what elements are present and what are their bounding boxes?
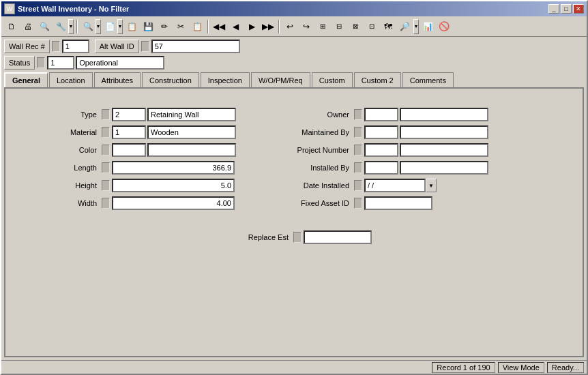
owner-value-input[interactable]	[400, 108, 488, 121]
replace-est-indicator	[293, 232, 302, 243]
material-code-input[interactable]	[112, 125, 146, 139]
maximize-button[interactable]: □	[561, 4, 572, 14]
tab-panel-general: Type Material Color	[4, 87, 584, 357]
toolbar-filter-button[interactable]: 🔍	[80, 19, 95, 34]
toolbar-redo-button[interactable]: ↪	[299, 19, 314, 34]
toolbar-grid2-button[interactable]: ⊟	[332, 19, 347, 34]
tab-custom2[interactable]: Custom 2	[354, 72, 401, 87]
toolbar-filter-dropdown[interactable]: ▼	[95, 19, 101, 34]
status-num-input[interactable]	[47, 56, 74, 70]
record-status: Record 1 of 190	[432, 362, 495, 373]
tab-custom[interactable]: Custom	[312, 72, 353, 87]
tab-bar: General Location Attributes Construction…	[4, 72, 584, 87]
project-indicator	[354, 145, 362, 155]
replace-est-label: Replace Est	[216, 233, 291, 241]
maintained-label: Maintained By	[277, 128, 352, 136]
tab-comments[interactable]: Comments	[402, 72, 454, 87]
replace-est-row: Replace Est	[216, 230, 372, 244]
toolbar-prev-button[interactable]: ◀	[228, 19, 243, 34]
toolbar-save-button[interactable]: 💾	[141, 19, 156, 34]
material-indicator	[102, 127, 110, 138]
maintained-code-input[interactable]	[364, 125, 398, 139]
alt-wall-group: Alt Wall ID	[95, 40, 240, 53]
form-area: Type Material Color	[11, 94, 577, 224]
window-title: Street Wall Inventory - No Filter	[18, 5, 548, 13]
date-installed-dropdown[interactable]: ▼	[426, 179, 437, 192]
toolbar-first-button[interactable]: ◀◀	[211, 19, 226, 34]
toolbar-edit-button[interactable]: ✏	[157, 19, 172, 34]
toolbar-zoom-button[interactable]: 🔎	[397, 19, 412, 34]
type-row: Type	[31, 108, 236, 121]
maintained-row: Maintained By	[277, 125, 488, 139]
toolbar-print-button[interactable]: 🖨	[20, 19, 35, 34]
main-window: W Street Wall Inventory - No Filter _ □ …	[0, 0, 588, 375]
tab-wo-pm-req[interactable]: W/O/PM/Req	[251, 72, 310, 87]
owner-label: Owner	[277, 110, 352, 119]
owner-code-input[interactable]	[364, 108, 398, 121]
replace-est-input[interactable]	[304, 230, 372, 244]
height-input[interactable]	[112, 179, 235, 192]
date-installed-label: Date Installed	[277, 181, 352, 190]
maintained-value-input[interactable]	[400, 125, 488, 139]
color-value-input[interactable]	[147, 143, 236, 157]
type-code-input[interactable]	[112, 108, 146, 121]
type-value-input[interactable]	[147, 108, 236, 121]
alt-wall-input[interactable]	[151, 40, 240, 53]
project-value-input[interactable]	[400, 143, 488, 157]
toolbar-doc-button[interactable]: 📄	[102, 19, 117, 34]
sep1	[76, 20, 78, 33]
tab-inspection[interactable]: Inspection	[201, 72, 250, 87]
form-left: Type Material Color	[31, 108, 236, 210]
window-controls: _ □ ✕	[548, 4, 584, 14]
toolbar-grid4-button[interactable]: ⊡	[364, 19, 379, 34]
color-code-input[interactable]	[112, 143, 146, 157]
installed-code-input[interactable]	[364, 161, 398, 175]
tab-location[interactable]: Location	[49, 72, 93, 87]
project-code-input[interactable]	[364, 143, 398, 157]
tab-attributes[interactable]: Attributes	[94, 72, 141, 87]
tab-general[interactable]: General	[4, 72, 48, 87]
minimize-button[interactable]: _	[548, 4, 559, 14]
alt-wall-label: Alt Wall ID	[95, 40, 139, 53]
close-button[interactable]: ✕	[573, 4, 584, 14]
wall-rec-input[interactable]	[62, 40, 89, 53]
toolbar-tool-button[interactable]: 🔧	[53, 19, 68, 34]
installed-label: Installed By	[277, 164, 352, 172]
toolbar-grid3-button[interactable]: ⊠	[348, 19, 363, 34]
toolbar-stop-button[interactable]: 🚫	[437, 19, 452, 34]
status-row: Status	[4, 56, 584, 70]
toolbar: 🗋 🖨 🔍 🔧 ▼ 🔍 ▼ 📄 ▼ 📋 💾 ✏ ✂ 📋 ◀◀ ◀ ▶ ▶▶ ↩ …	[1, 16, 587, 37]
material-value-input[interactable]	[147, 125, 236, 139]
toolbar-zoom-dropdown[interactable]: ▼	[413, 19, 419, 34]
date-installed-input[interactable]	[364, 179, 426, 192]
toolbar-tool-dropdown[interactable]: ▼	[68, 19, 74, 34]
toolbar-map-button[interactable]: 🗺	[381, 19, 396, 34]
title-bar: W Street Wall Inventory - No Filter _ □ …	[1, 1, 587, 16]
status-text-input[interactable]	[76, 56, 164, 70]
status-group: Status	[4, 56, 164, 70]
toolbar-grid1-button[interactable]: ⊞	[315, 19, 330, 34]
header-row: Wall Rec # Alt Wall ID	[4, 40, 584, 53]
toolbar-cut-button[interactable]: ✂	[173, 19, 188, 34]
type-indicator	[102, 109, 110, 120]
status-indicator	[37, 57, 45, 68]
status-label: Status	[4, 56, 35, 70]
width-label: Width	[31, 199, 100, 207]
toolbar-next-button[interactable]: ▶	[244, 19, 259, 34]
width-input[interactable]	[112, 196, 235, 210]
color-row: Color	[31, 143, 236, 157]
length-input[interactable]	[112, 161, 235, 175]
fixed-asset-label: Fixed Asset ID	[277, 199, 352, 207]
toolbar-new-button[interactable]: 🗋	[4, 19, 19, 34]
tab-construction[interactable]: Construction	[142, 72, 199, 87]
toolbar-clipboard-button[interactable]: 📋	[124, 19, 139, 34]
toolbar-doc-dropdown[interactable]: ▼	[117, 19, 123, 34]
installed-value-input[interactable]	[400, 161, 488, 175]
material-label: Material	[31, 128, 100, 136]
toolbar-search-button[interactable]: 🔍	[37, 19, 52, 34]
toolbar-last-button[interactable]: ▶▶	[261, 19, 276, 34]
toolbar-copy-button[interactable]: 📋	[190, 19, 205, 34]
toolbar-undo-button[interactable]: ↩	[282, 19, 297, 34]
fixed-asset-input[interactable]	[364, 196, 432, 210]
toolbar-chart-button[interactable]: 📊	[420, 19, 435, 34]
